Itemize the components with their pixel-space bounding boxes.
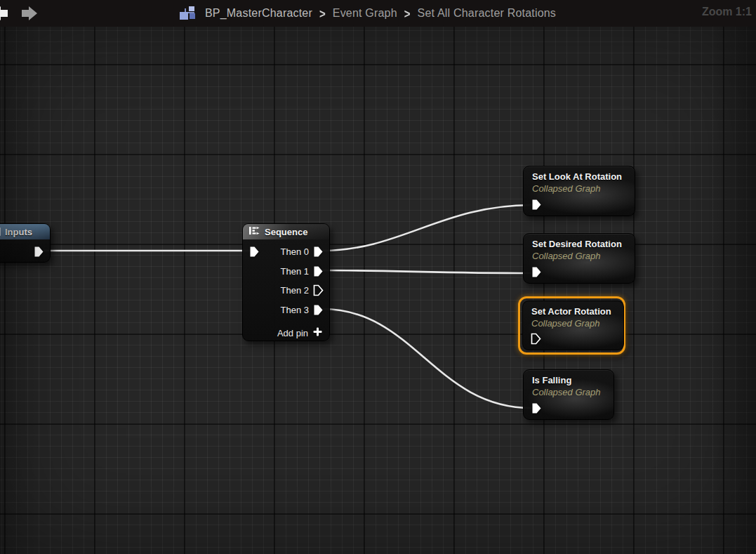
wire-then1-to-set-desired bbox=[322, 270, 531, 273]
back-arrow-icon[interactable] bbox=[0, 5, 8, 22]
tunnel-icon bbox=[0, 227, 1, 236]
wire-then3-to-is-falling bbox=[322, 309, 531, 408]
node-title: Inputs bbox=[5, 227, 32, 237]
node-set-actor-rotation[interactable]: Set Actor Rotation Collapsed Graph bbox=[522, 301, 624, 350]
sequence-row-then3: Then 3 bbox=[281, 303, 324, 316]
add-pin-control[interactable]: Add pin bbox=[277, 327, 322, 339]
node-inputs-header[interactable]: Inputs bbox=[0, 224, 50, 239]
exec-pin-input[interactable] bbox=[531, 402, 542, 414]
add-pin-icon[interactable] bbox=[313, 327, 322, 339]
chevron-right-icon: > bbox=[319, 6, 326, 20]
node-sequence[interactable]: Sequence Then 0 Then 1 Then 2 Then 3 bbox=[242, 223, 330, 341]
exec-pin-input[interactable] bbox=[531, 199, 542, 211]
chevron-right-icon: > bbox=[404, 6, 411, 20]
node-subtitle: Collapsed Graph bbox=[532, 387, 605, 397]
exec-pin-input[interactable] bbox=[531, 266, 542, 278]
node-inputs[interactable]: Inputs bbox=[0, 223, 51, 263]
node-subtitle: Collapsed Graph bbox=[532, 183, 626, 194]
sequence-row-then0: Then 0 bbox=[281, 245, 324, 258]
blueprint-graph-canvas[interactable]: Inputs Sequence Then 0 bbox=[0, 27, 756, 554]
exec-pin-output[interactable] bbox=[34, 246, 44, 258]
pin-label: Then 3 bbox=[281, 305, 309, 315]
breadcrumb-bar: BP_MasterCharacter > Event Graph > Set A… bbox=[0, 0, 756, 27]
breadcrumb-item-blueprint[interactable]: BP_MasterCharacter bbox=[205, 7, 312, 20]
wire-layer bbox=[0, 27, 756, 554]
exec-pin-input[interactable] bbox=[249, 246, 260, 258]
selection-outline: Set Actor Rotation Collapsed Graph bbox=[518, 296, 625, 355]
node-title: Sequence bbox=[265, 227, 307, 237]
breadcrumb-item-subgraph[interactable]: Set All Character Rotations bbox=[418, 7, 557, 20]
node-set-desired-rotation[interactable]: Set Desired Rotation Collapsed Graph bbox=[523, 233, 635, 284]
exec-pin-then1[interactable] bbox=[313, 265, 324, 277]
node-title: Set Desired Rotation bbox=[532, 239, 626, 249]
edge-vignette bbox=[0, 27, 756, 554]
node-set-look-at-rotation[interactable]: Set Look At Rotation Collapsed Graph bbox=[523, 166, 635, 216]
wire-then0-to-set-look-at bbox=[322, 205, 531, 251]
exec-pin-then3[interactable] bbox=[313, 304, 324, 316]
pin-label: Then 0 bbox=[281, 246, 309, 257]
node-is-falling[interactable]: Is Falling Collapsed Graph bbox=[523, 369, 614, 420]
sequence-row-then2: Then 2 bbox=[281, 284, 324, 296]
breadcrumb: BP_MasterCharacter > Event Graph > Set A… bbox=[179, 0, 556, 27]
node-subtitle: Collapsed Graph bbox=[531, 318, 615, 329]
exec-pin-input[interactable] bbox=[531, 333, 541, 345]
blueprint-graph-icon bbox=[179, 6, 197, 21]
node-title: Set Look At Rotation bbox=[532, 171, 626, 182]
node-title: Set Actor Rotation bbox=[531, 306, 615, 317]
forward-arrow-icon[interactable] bbox=[21, 5, 39, 22]
pin-label: Then 2 bbox=[281, 285, 309, 296]
exec-pin-then2[interactable] bbox=[313, 284, 324, 296]
pin-label: Then 1 bbox=[281, 266, 309, 277]
exec-pin-then0[interactable] bbox=[313, 246, 324, 258]
node-sequence-header[interactable]: Sequence bbox=[243, 224, 329, 239]
breadcrumb-item-event-graph[interactable]: Event Graph bbox=[333, 7, 397, 20]
node-subtitle: Collapsed Graph bbox=[532, 251, 626, 261]
add-pin-label: Add pin bbox=[277, 328, 308, 338]
zoom-level-label: Zoom 1:1 bbox=[702, 6, 752, 18]
sequence-row-then1: Then 1 bbox=[281, 265, 324, 277]
sequence-icon bbox=[248, 225, 260, 238]
node-title: Is Falling bbox=[532, 375, 605, 385]
